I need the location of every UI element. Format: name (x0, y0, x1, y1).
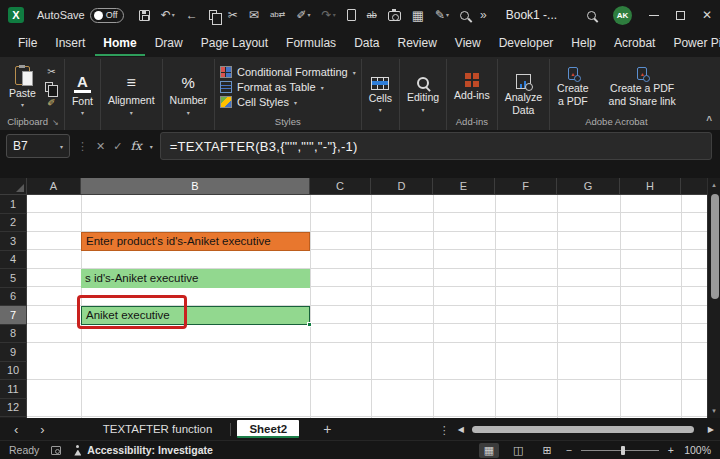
scroll-down-icon[interactable] (708, 407, 720, 415)
paste-button[interactable]: Paste (4, 64, 41, 110)
copy-icon[interactable] (209, 10, 217, 20)
tab-review[interactable]: Review (389, 31, 444, 56)
cancel-entry-icon[interactable] (96, 140, 105, 153)
clipboard-dialog-launcher-icon[interactable] (52, 116, 59, 127)
add-sheet-icon[interactable] (313, 421, 341, 437)
cell-b5[interactable]: s id's-Aniket executive (81, 269, 310, 288)
tab-developer[interactable]: Developer (491, 31, 562, 56)
formula-input[interactable]: =TEXTAFTER(B3,{"'","'","-"},-1) (160, 132, 712, 160)
row-header-7[interactable]: 7 (0, 306, 27, 325)
tab-formulas[interactable]: Formulas (278, 31, 344, 56)
column-header-g[interactable]: G (557, 178, 620, 195)
hscroll-left-icon[interactable] (458, 425, 464, 434)
avatar[interactable]: AK (613, 6, 632, 25)
format-as-table-button[interactable]: Format as Table (217, 80, 327, 95)
row-header-8[interactable]: 8 (0, 325, 27, 344)
column-header-a[interactable]: A (27, 178, 81, 195)
normal-view-icon[interactable] (479, 443, 499, 458)
create-pdf-share-button[interactable]: Create a PDF and Share link (604, 65, 681, 108)
tab-insert[interactable]: Insert (47, 31, 93, 56)
tab-acrobat[interactable]: Acrobat (606, 31, 663, 56)
column-header-f[interactable]: F (495, 178, 557, 195)
back-icon[interactable] (186, 9, 198, 21)
number-button[interactable]: Number (165, 72, 212, 117)
cells-button[interactable]: Cells (364, 75, 397, 115)
tab-data[interactable]: Data (346, 31, 387, 56)
scroll-up-icon[interactable] (708, 181, 720, 189)
vertical-scroll-thumb[interactable] (711, 194, 719, 299)
collapse-ribbon-icon[interactable] (706, 115, 712, 126)
prev-sheet-icon[interactable] (6, 422, 26, 437)
save-icon[interactable] (139, 10, 150, 21)
person-search-icon[interactable] (460, 11, 469, 20)
horizontal-scroll-thumb[interactable] (472, 426, 694, 433)
tab-view[interactable]: View (447, 31, 489, 56)
hscroll-right-icon[interactable] (708, 425, 714, 434)
find-replace-icon[interactable] (270, 11, 286, 19)
page-break-view-icon[interactable] (538, 443, 557, 458)
next-sheet-icon[interactable] (32, 422, 52, 437)
column-header-c[interactable]: C (310, 178, 371, 195)
vertical-scrollbar[interactable] (707, 178, 720, 418)
tab-help[interactable]: Help (563, 31, 604, 56)
create-pdf-button[interactable]: Create a PDF (552, 65, 594, 108)
format-painter-icon[interactable]: ▾ (297, 9, 311, 21)
borders-icon[interactable] (412, 9, 424, 22)
tab-home[interactable]: Home (95, 31, 144, 56)
format-painter-small-icon[interactable] (47, 97, 55, 108)
page-layout-view-icon[interactable] (508, 443, 528, 458)
cell-styles-button[interactable]: Cell Styles (217, 95, 300, 110)
accessibility-status[interactable]: Accessibility: Investigate (73, 444, 212, 456)
new-file-icon[interactable] (347, 9, 356, 21)
row-header-11[interactable]: 11 (0, 380, 27, 399)
horizontal-scrollbar[interactable] (472, 425, 700, 434)
camera-icon[interactable] (388, 9, 401, 21)
analyze-data-button[interactable]: Analyze Data (500, 72, 547, 117)
row-header-12[interactable]: 12 (0, 399, 27, 418)
sheet-tab-sheet2[interactable]: Sheet2 (237, 420, 299, 439)
column-header-e[interactable]: E (433, 178, 495, 195)
macro-record-icon[interactable] (51, 446, 61, 455)
zoom-in-icon[interactable] (668, 444, 674, 456)
undo-icon[interactable]: ▾ (161, 9, 175, 21)
insert-function-icon[interactable]: fx (130, 139, 141, 153)
row-header-6[interactable]: 6 (0, 288, 27, 307)
row-header-1[interactable]: 1 (0, 195, 27, 214)
row-header-9[interactable]: 9 (0, 343, 27, 362)
column-header-h[interactable]: H (620, 178, 681, 195)
row-header-2[interactable]: 2 (0, 214, 27, 233)
more-commands-icon[interactable] (480, 9, 487, 21)
minimize-button[interactable] (649, 15, 659, 16)
redo-icon[interactable]: ▾ (322, 9, 336, 21)
font-button[interactable]: Font (67, 72, 98, 118)
editing-button[interactable]: Editing (402, 75, 444, 114)
cut-small-icon[interactable] (47, 66, 55, 77)
zoom-slider[interactable] (581, 450, 659, 451)
name-box[interactable]: B7 (6, 134, 70, 158)
row-header-4[interactable]: 4 (0, 251, 27, 270)
draw-pen-icon[interactable]: ▾ (435, 9, 449, 21)
column-header-b[interactable]: B (81, 178, 310, 195)
zoom-out-icon[interactable] (566, 444, 572, 456)
alignment-button[interactable]: Alignment (103, 72, 160, 117)
search-icon[interactable] (587, 11, 596, 20)
row-header-10[interactable]: 10 (0, 362, 27, 381)
cells-area[interactable]: Enter product's id's-Aniket executive s … (27, 195, 707, 418)
strikethrough-icon[interactable] (367, 11, 377, 20)
cut-icon[interactable] (228, 9, 238, 21)
select-all-corner[interactable] (0, 178, 27, 195)
tab-power-pivot[interactable]: Power Pivot (665, 31, 720, 56)
confirm-entry-icon[interactable] (113, 140, 122, 153)
close-button[interactable] (702, 8, 712, 22)
conditional-formatting-button[interactable]: Conditional Formatting (217, 65, 359, 80)
row-header-13[interactable]: 13 (0, 417, 27, 418)
row-header-3[interactable]: 3 (0, 232, 27, 251)
email-icon[interactable] (249, 9, 259, 21)
sheet-tab-textafter-function[interactable]: TEXTAFTER function (91, 420, 225, 439)
maximize-button[interactable] (676, 11, 685, 20)
fill-handle[interactable] (307, 322, 312, 327)
autosave-toggle[interactable]: Off (90, 8, 124, 23)
addins-button[interactable]: Add-ins (449, 71, 495, 103)
copy-small-icon[interactable] (45, 82, 58, 92)
row-header-5[interactable]: 5 (0, 269, 27, 288)
